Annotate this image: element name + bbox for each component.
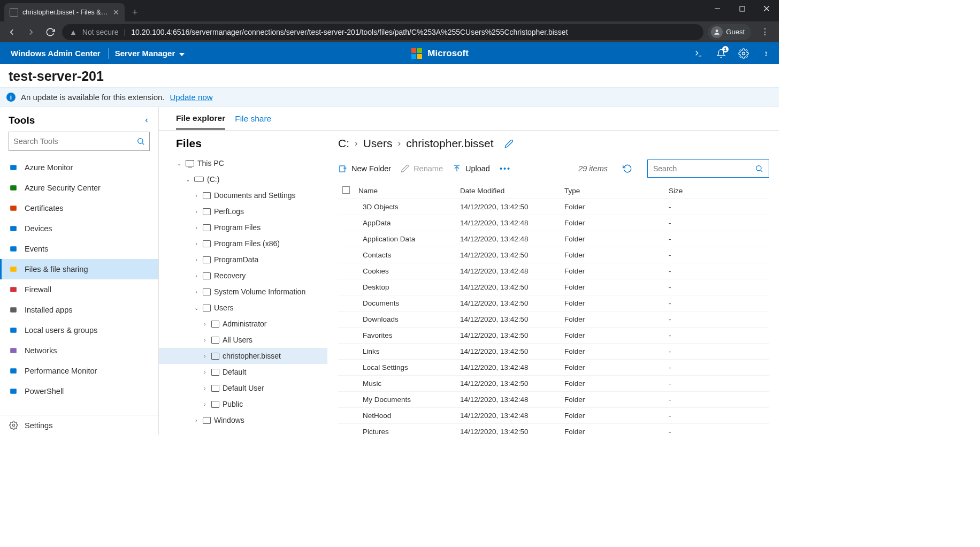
chevron-icon[interactable]: › bbox=[193, 273, 200, 279]
update-now-link[interactable]: Update now bbox=[170, 93, 213, 102]
column-name[interactable]: Name bbox=[358, 187, 460, 195]
tree-node[interactable]: ›Windows bbox=[159, 412, 327, 428]
table-row[interactable]: NetHood14/12/2020, 13:42:48Folder- bbox=[338, 408, 769, 424]
sidebar-item[interactable]: Files & file sharing bbox=[0, 259, 158, 279]
file-search[interactable] bbox=[647, 159, 769, 178]
context-dropdown[interactable]: Server Manager bbox=[112, 49, 188, 58]
table-row[interactable]: Cookies14/12/2020, 13:42:48Folder- bbox=[338, 263, 769, 279]
chevron-icon[interactable]: › bbox=[202, 369, 208, 375]
chevron-icon[interactable]: › bbox=[193, 193, 200, 199]
chevron-icon[interactable]: › bbox=[202, 337, 208, 343]
refresh-button[interactable] bbox=[623, 164, 632, 173]
table-row[interactable]: Desktop14/12/2020, 13:42:50Folder- bbox=[338, 279, 769, 295]
tree-node[interactable]: ›Program Files (x86) bbox=[159, 235, 327, 252]
back-button[interactable] bbox=[4, 25, 19, 40]
chevron-icon[interactable]: › bbox=[193, 225, 200, 231]
tab-file-share[interactable]: File share bbox=[235, 109, 271, 129]
tree-node[interactable]: ›ProgramData bbox=[159, 252, 327, 268]
table-row[interactable]: Downloads14/12/2020, 13:42:50Folder- bbox=[338, 312, 769, 328]
browser-menu-button[interactable]: ⋮ bbox=[755, 27, 775, 37]
chevron-icon[interactable]: › bbox=[202, 353, 208, 359]
table-row[interactable]: Music14/12/2020, 13:42:50Folder- bbox=[338, 376, 769, 392]
close-icon[interactable]: ✕ bbox=[113, 8, 119, 17]
table-row[interactable]: My Documents14/12/2020, 13:42:48Folder- bbox=[338, 392, 769, 408]
tree-node[interactable]: ⌄(C:) bbox=[159, 171, 327, 187]
chevron-icon[interactable]: › bbox=[193, 209, 200, 215]
tree-node[interactable]: ›Default User bbox=[159, 380, 327, 396]
tools-list[interactable]: Azure MonitorAzure Security CenterCertif… bbox=[0, 157, 158, 415]
new-tab-button[interactable]: + bbox=[125, 3, 146, 21]
browser-tab[interactable]: christopher.bisset - Files & file sh ✕ bbox=[4, 3, 125, 21]
breadcrumb-segment[interactable]: C: bbox=[338, 137, 349, 150]
tree-node[interactable]: ›All Users bbox=[159, 332, 327, 348]
settings-button[interactable] bbox=[737, 47, 750, 60]
table-row[interactable]: Links14/12/2020, 13:42:50Folder- bbox=[338, 344, 769, 360]
tree-node[interactable]: ›PerfLogs bbox=[159, 203, 327, 219]
guest-profile-button[interactable]: Guest bbox=[708, 24, 751, 40]
column-type[interactable]: Type bbox=[564, 187, 669, 195]
more-actions-button[interactable]: ••• bbox=[500, 164, 511, 173]
table-row[interactable]: 3D Objects14/12/2020, 13:42:50Folder- bbox=[338, 199, 769, 215]
tree-node[interactable]: ⌄Users bbox=[159, 300, 327, 316]
tree-node[interactable]: ›Default bbox=[159, 364, 327, 380]
chevron-icon[interactable]: ⌄ bbox=[185, 177, 191, 183]
collapse-sidebar-button[interactable] bbox=[143, 117, 150, 124]
tree-node[interactable]: ›Documents and Settings bbox=[159, 187, 327, 203]
chevron-icon[interactable]: › bbox=[193, 289, 200, 295]
minimize-button[interactable] bbox=[705, 0, 730, 17]
table-row[interactable]: Documents14/12/2020, 13:42:50Folder- bbox=[338, 295, 769, 312]
powershell-console-button[interactable] bbox=[692, 47, 705, 60]
tools-search-input[interactable] bbox=[13, 137, 136, 146]
chevron-icon[interactable]: › bbox=[202, 385, 208, 391]
sidebar-item[interactable]: PowerShell bbox=[0, 381, 158, 401]
tab-file-explorer[interactable]: File explorer bbox=[176, 108, 225, 130]
column-date[interactable]: Date Modified bbox=[460, 187, 564, 195]
sidebar-item[interactable]: Networks bbox=[0, 340, 158, 361]
chevron-icon[interactable]: › bbox=[193, 241, 200, 247]
reload-button[interactable] bbox=[43, 25, 58, 40]
tree-node[interactable]: ⌄This PC bbox=[159, 155, 327, 171]
sidebar-item[interactable]: Installed apps bbox=[0, 300, 158, 320]
help-button[interactable] bbox=[760, 47, 772, 60]
tree-node[interactable]: ›System Volume Information bbox=[159, 284, 327, 300]
edit-path-button[interactable] bbox=[504, 139, 514, 148]
sidebar-item[interactable]: Performance Monitor bbox=[0, 361, 158, 381]
breadcrumb-segment[interactable]: christopher.bisset bbox=[406, 137, 493, 150]
folder-tree[interactable]: ⌄This PC⌄(C:)›Documents and Settings›Per… bbox=[159, 155, 327, 435]
tree-node[interactable]: ›christopher.bisset bbox=[159, 348, 327, 364]
sidebar-item[interactable]: Azure Security Center bbox=[0, 178, 158, 198]
sidebar-item[interactable]: Certificates bbox=[0, 198, 158, 218]
new-folder-button[interactable]: New Folder bbox=[338, 164, 391, 173]
chevron-icon[interactable]: › bbox=[193, 257, 200, 263]
chevron-icon[interactable]: ⌄ bbox=[193, 305, 200, 311]
sidebar-item[interactable]: Local users & groups bbox=[0, 320, 158, 340]
tools-search[interactable] bbox=[9, 132, 150, 151]
close-window-button[interactable] bbox=[754, 0, 779, 17]
table-row[interactable]: AppData14/12/2020, 13:42:48Folder- bbox=[338, 215, 769, 231]
chevron-icon[interactable]: ⌄ bbox=[176, 161, 182, 166]
chevron-icon[interactable]: › bbox=[202, 401, 208, 407]
column-size[interactable]: Size bbox=[669, 187, 711, 195]
tree-node[interactable]: ›Recovery bbox=[159, 268, 327, 284]
table-row[interactable]: Favorites14/12/2020, 13:42:50Folder- bbox=[338, 328, 769, 344]
sidebar-item[interactable]: Devices bbox=[0, 218, 158, 239]
table-row[interactable]: Contacts14/12/2020, 13:42:50Folder- bbox=[338, 247, 769, 263]
table-row[interactable]: Pictures14/12/2020, 13:42:50Folder- bbox=[338, 424, 769, 435]
table-row[interactable]: Local Settings14/12/2020, 13:42:48Folder… bbox=[338, 360, 769, 376]
sidebar-item[interactable]: Azure Monitor bbox=[0, 157, 158, 178]
tree-node[interactable]: ›Administrator bbox=[159, 316, 327, 332]
select-all-checkbox[interactable] bbox=[342, 186, 350, 194]
file-search-input[interactable] bbox=[653, 164, 755, 173]
sidebar-item[interactable]: Events bbox=[0, 239, 158, 259]
url-bar[interactable]: ▲ Not secure | 10.20.100.4:6516/serverma… bbox=[62, 24, 703, 40]
sidebar-item[interactable]: Firewall bbox=[0, 279, 158, 300]
chevron-icon[interactable]: › bbox=[202, 321, 208, 327]
tree-node[interactable]: ›Public bbox=[159, 396, 327, 412]
chevron-icon[interactable]: › bbox=[193, 417, 200, 423]
forward-button[interactable] bbox=[24, 25, 39, 40]
upload-button[interactable]: Upload bbox=[453, 164, 490, 173]
maximize-button[interactable] bbox=[730, 0, 754, 17]
tree-node[interactable]: ›Program Files bbox=[159, 219, 327, 235]
table-row[interactable]: Application Data14/12/2020, 13:42:48Fold… bbox=[338, 231, 769, 247]
notifications-button[interactable]: 1 bbox=[715, 47, 728, 60]
